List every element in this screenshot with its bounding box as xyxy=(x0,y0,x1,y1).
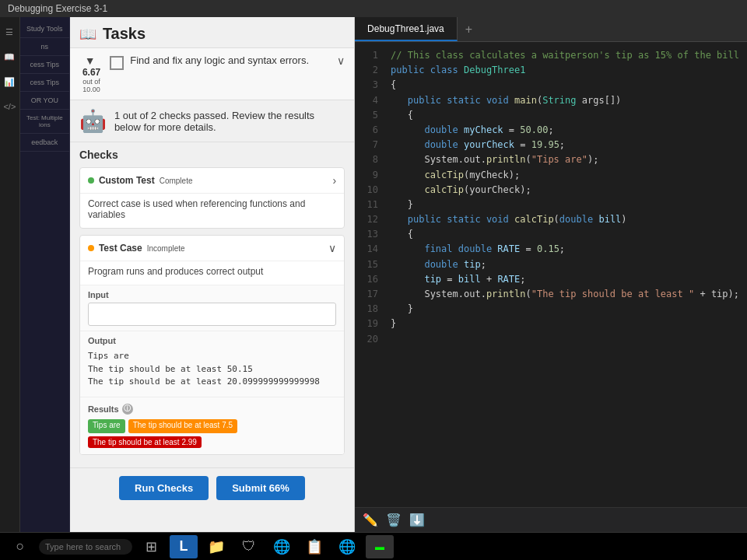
editor-tabs: DebugThree1.java + xyxy=(355,17,747,42)
checks-title: Checks xyxy=(79,149,345,161)
output-line-1: Tips are xyxy=(88,350,336,363)
taskbar-search-input[interactable] xyxy=(39,539,132,555)
output-section: Output Tips are The tip should be at lea… xyxy=(80,331,344,397)
taskbar-shield-icon[interactable]: 🛡 xyxy=(235,535,263,558)
check-result-line1: 1 out of 2 checks passed. Review the res… xyxy=(114,110,314,121)
sidebar-item-study-tools[interactable]: Study Tools xyxy=(20,20,69,38)
output-line-2: The tip should be at least 50.15 xyxy=(88,363,336,376)
input-section: Input xyxy=(80,285,344,331)
taskbar-globe-icon[interactable]: 🌐 xyxy=(268,535,296,558)
test-case-body: Program runs and produces correct output xyxy=(80,261,344,285)
task-text: Find and fix any logic and syntax errors… xyxy=(130,54,331,66)
robot-section: 🤖 1 out of 2 checks passed. Review the r… xyxy=(70,100,354,142)
buttons-bar: Run Checks Submit 66% xyxy=(70,467,354,508)
check-item-test-case-label: Test Case Incomplete xyxy=(88,243,185,254)
input-label: Input xyxy=(88,290,336,299)
check-item-custom-test: Custom Test Complete › Correct case is u… xyxy=(79,167,345,229)
code-area[interactable]: // This class calculates a waitperson's … xyxy=(383,42,747,507)
task-checkbox[interactable] xyxy=(110,56,124,70)
results-section: Results ⓘ Tips are The tip should be at … xyxy=(80,397,344,454)
line-numbers: 12345 678910 1112131415 1617181920 xyxy=(355,42,383,507)
sidebar-item-ns[interactable]: ns xyxy=(20,38,69,56)
result-tag-tips-are: Tips are xyxy=(88,419,125,433)
sidebar-icons: ☰ 📖 📊 </> xyxy=(0,17,20,532)
taskbar-terminal-icon[interactable]: ▬ xyxy=(366,535,394,558)
output-line-3: The tip should be at least 20.0999999999… xyxy=(88,376,336,389)
sidebar-item-or-you[interactable]: OR YOU xyxy=(20,92,69,110)
book-icon[interactable]: 📖 xyxy=(1,48,18,65)
check-item-test-case-header[interactable]: Test Case Incomplete ∨ xyxy=(80,236,344,261)
score-value: 6.67 xyxy=(82,67,100,78)
input-area[interactable] xyxy=(88,303,336,326)
code-content[interactable]: 12345 678910 1112131415 1617181920 // Th… xyxy=(355,42,747,507)
result-tag-7-5: The tip should be at least 7.5 xyxy=(128,419,237,433)
taskbar: ○ ⊞ L 📁 🛡 🌐 📋 🌐 ▬ xyxy=(0,532,747,560)
results-label: Results ⓘ xyxy=(88,404,336,415)
check-item-custom-test-label: Custom Test Complete xyxy=(88,175,193,186)
task-expand-icon[interactable]: ∨ xyxy=(337,54,345,67)
tab-label: DebugThree1.java xyxy=(367,23,444,34)
taskbar-apps-icon[interactable]: L xyxy=(170,535,198,558)
code-panel: DebugThree1.java + 12345 678910 11121314… xyxy=(355,17,747,532)
test-case-status: Incomplete xyxy=(147,244,185,253)
tasks-header: 📖 Tasks xyxy=(70,17,354,48)
tab-debugthree1[interactable]: DebugThree1.java xyxy=(355,17,458,41)
taskbar-folder-icon[interactable]: 📁 xyxy=(202,535,230,558)
tasks-panel: 📖 Tasks ▼ 6.67 out of 10.00 Find and fix… xyxy=(70,17,355,532)
results-info-icon: ⓘ xyxy=(122,404,133,415)
delete-icon[interactable]: 🗑️ xyxy=(386,513,402,527)
title-text: Debugging Exercise 3-1 xyxy=(8,3,107,14)
test-case-name: Test Case xyxy=(99,243,142,254)
result-tag-2-99: The tip should be at least 2.99 xyxy=(88,436,202,448)
check-item-test-case: Test Case Incomplete ∨ Program runs and … xyxy=(79,235,345,455)
dot-complete-icon xyxy=(88,177,94,184)
custom-test-body: Correct case is used when referencing fu… xyxy=(80,193,344,228)
editor-toolbar: ✏️ 🗑️ ⬇️ xyxy=(355,507,747,532)
run-checks-button[interactable]: Run Checks xyxy=(119,476,209,500)
taskbar-edge-icon[interactable]: 🌐 xyxy=(333,535,361,558)
custom-test-status: Complete xyxy=(160,177,193,185)
check-result-line2: below for more details. xyxy=(114,121,216,133)
edit-icon[interactable]: ✏️ xyxy=(363,513,378,527)
sidebar-item-cess-tips-2[interactable]: cess Tips xyxy=(20,74,69,92)
score-out-of: out of xyxy=(82,78,100,86)
taskbar-windows-icon[interactable]: ⊞ xyxy=(137,535,165,558)
robot-icon: 🤖 xyxy=(79,108,107,134)
tab-add-icon[interactable]: + xyxy=(458,23,480,37)
download-icon[interactable]: ⬇️ xyxy=(409,513,425,527)
output-text: Tips are The tip should be at least 50.1… xyxy=(88,350,336,389)
output-label: Output xyxy=(88,336,336,345)
sidebar-item-test-multiple[interactable]: Test: Multiple ions xyxy=(20,110,69,134)
submit-button[interactable]: Submit 66% xyxy=(216,476,305,500)
custom-test-name: Custom Test xyxy=(99,175,155,186)
dot-incomplete-icon xyxy=(88,245,94,251)
check-result-text: 1 out of 2 checks passed. Review the res… xyxy=(114,110,314,133)
custom-test-expand-icon[interactable]: › xyxy=(332,174,336,187)
taskbar-search-icon[interactable]: ○ xyxy=(6,535,34,558)
check-item-custom-test-header[interactable]: Custom Test Complete › xyxy=(80,168,344,193)
tasks-book-icon: 📖 xyxy=(79,26,96,43)
menu-icon[interactable]: ☰ xyxy=(1,23,18,40)
chart-icon[interactable]: 📊 xyxy=(1,73,18,90)
checks-section: Checks Custom Test Complete › Correct ca… xyxy=(70,142,354,467)
sidebar-item-cess-tips-1[interactable]: cess Tips xyxy=(20,56,69,74)
result-tags: Tips are The tip should be at least 7.5 … xyxy=(88,419,336,448)
nav-sidebar: Study Tools ns cess Tips cess Tips OR YO… xyxy=(20,17,70,532)
score-box: 6.67 out of 10.00 xyxy=(82,67,100,93)
task-row: ▼ 6.67 out of 10.00 Find and fix any log… xyxy=(70,48,354,100)
score-max: 10.00 xyxy=(82,86,100,93)
sidebar-item-feedback[interactable]: eedback xyxy=(20,134,69,152)
code-icon[interactable]: </> xyxy=(1,98,18,115)
tasks-title: Tasks xyxy=(103,25,146,43)
test-case-expand-icon[interactable]: ∨ xyxy=(328,242,336,254)
title-bar: Debugging Exercise 3-1 xyxy=(0,0,747,17)
taskbar-apps2-icon[interactable]: 📋 xyxy=(300,535,328,558)
